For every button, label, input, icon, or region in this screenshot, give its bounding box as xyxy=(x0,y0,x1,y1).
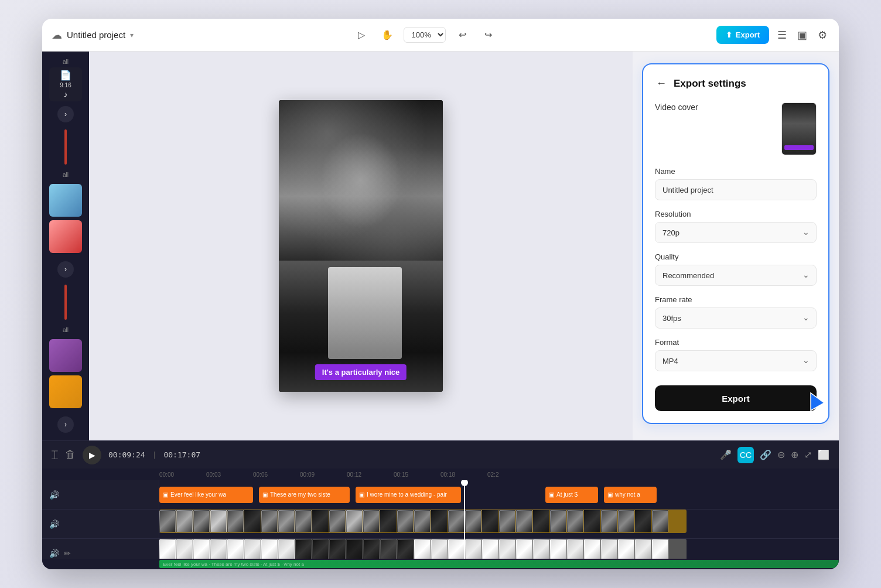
ruler-mark-2: 00:06 xyxy=(253,471,300,478)
export-final-button[interactable]: Export xyxy=(655,385,817,411)
zoom-out-btn[interactable]: ⊖ xyxy=(777,449,785,460)
sidebar-section-2 xyxy=(42,180,89,257)
resolution-select-wrapper: 720p 480p 1080p 4K xyxy=(655,222,817,243)
layers-btn[interactable]: ☰ xyxy=(775,26,789,44)
video-subtitle: It's a particularly nice xyxy=(315,364,407,380)
zoom-in-btn[interactable]: ⊕ xyxy=(791,449,798,460)
film-frame-6 xyxy=(244,510,261,532)
sidebar-thumb-3[interactable] xyxy=(49,220,82,253)
film-frame-19 xyxy=(465,510,482,532)
hand-tool-btn[interactable]: ✋ xyxy=(378,26,397,45)
subtitle-clip-0-icon: ▣ xyxy=(163,491,168,498)
resolution-field-group: Resolution 720p 480p 1080p 4K xyxy=(655,210,817,243)
film-frame-b28 xyxy=(618,539,634,559)
film-frame-b20 xyxy=(482,539,498,559)
framerate-label: Frame rate xyxy=(655,295,817,304)
select-tool-btn[interactable]: ▷ xyxy=(352,26,371,45)
edit-track-btn[interactable]: ✏ xyxy=(64,549,71,558)
trim-tool-btn[interactable]: ⌶ xyxy=(52,449,58,461)
timeline-ruler: 00:00 00:03 00:06 00:09 00:12 00:15 00:1… xyxy=(42,469,839,480)
undo-btn[interactable]: ↩ xyxy=(453,26,472,45)
film-frame-b21 xyxy=(499,539,515,559)
sidebar-thumb-2[interactable] xyxy=(49,184,82,217)
sidebar-thumb-5[interactable] xyxy=(49,375,82,408)
cursor-arrow-icon xyxy=(808,390,831,413)
film-frame-2 xyxy=(176,510,193,532)
subtitle-clip-2[interactable]: ▣ I wore mine to a wedding - pair xyxy=(356,487,461,503)
video-filmstrip-2[interactable] xyxy=(159,539,687,559)
subtitle-clip-2-icon: ▣ xyxy=(359,491,364,498)
video-vol-btn-2[interactable]: 🔊 xyxy=(49,549,59,558)
export-button[interactable]: ⬆ Export xyxy=(716,26,769,44)
film-frame-15 xyxy=(397,510,414,532)
project-title-chevron: ▾ xyxy=(130,31,134,39)
name-input[interactable] xyxy=(655,179,817,200)
subtitle-vol-btn[interactable]: 🔊 xyxy=(49,490,59,500)
delete-tool-btn[interactable]: 🗑 xyxy=(65,449,76,461)
cover-thumbnail[interactable] xyxy=(781,102,817,155)
film-frame-b17 xyxy=(431,539,448,559)
more-btn[interactable]: ⬜ xyxy=(818,449,829,460)
timeline-tracks: 🔊 ▣ Ever feel like your wa ▣ These are m… xyxy=(42,480,839,559)
sidebar-section-label-1: all xyxy=(63,59,69,65)
aspect-ratio-thumb[interactable]: 📄 9:16 ♪ xyxy=(49,67,82,101)
sidebar-expand-btn-2[interactable]: › xyxy=(57,261,74,278)
video-vol-btn[interactable]: 🔊 xyxy=(49,519,59,529)
top-bar: ☁ Untitled project ▾ ▷ ✋ 100% 75% 50% ↩ … xyxy=(42,19,839,52)
zoom-select[interactable]: 100% 75% 50% xyxy=(404,27,446,43)
sidebar-section-label-3: all xyxy=(63,327,69,333)
subtitle-clip-0[interactable]: ▣ Ever feel like your wa xyxy=(159,487,253,503)
redo-btn[interactable]: ↪ xyxy=(479,26,497,45)
left-sidebar: all 📄 9:16 ♪ › all › all › xyxy=(42,52,89,440)
suit-figure xyxy=(328,267,402,359)
caption-btn[interactable]: CC xyxy=(737,447,754,463)
video-filmstrip-1[interactable] xyxy=(159,510,687,533)
layout-btn[interactable]: ▣ xyxy=(795,26,810,44)
film-frame-20 xyxy=(482,510,498,532)
sidebar-expand-btn-3[interactable]: › xyxy=(57,416,74,433)
subtitle-clip-1[interactable]: ▣ These are my two siste xyxy=(259,487,350,503)
settings-btn[interactable]: ⚙ xyxy=(815,26,829,44)
film-frame-8 xyxy=(278,510,295,532)
resolution-select[interactable]: 720p 480p 1080p 4K xyxy=(655,222,817,243)
film-frame-27 xyxy=(601,510,617,532)
video-top-half xyxy=(279,100,443,261)
film-frame-b11 xyxy=(329,539,346,559)
svg-marker-0 xyxy=(811,393,824,411)
ruler-mark-7: 02:2 xyxy=(487,471,534,478)
project-title: Untitled project xyxy=(67,30,125,40)
format-select[interactable]: MP4 MOV AVI GIF xyxy=(655,350,817,371)
film-frame-b4 xyxy=(210,539,227,559)
back-button[interactable]: ← xyxy=(655,76,668,91)
film-frame-b19 xyxy=(465,539,482,559)
playhead[interactable] xyxy=(464,480,465,559)
quality-select-wrapper: Recommended Low High xyxy=(655,265,817,286)
video-preview: It's a particularly nice xyxy=(279,100,443,392)
video-cover-label: Video cover xyxy=(655,102,698,112)
film-frame-7 xyxy=(261,510,278,532)
video-track-2-controls: 🔊 ✏ xyxy=(42,539,159,559)
fullscreen-btn[interactable]: ⤢ xyxy=(804,449,812,460)
film-frame-25 xyxy=(567,510,583,532)
mic-btn[interactable]: 🎤 xyxy=(720,449,732,460)
sidebar-expand-btn-1[interactable]: › xyxy=(57,106,74,122)
sidebar-thumb-4[interactable] xyxy=(49,339,82,372)
aspect-ratio-text: 9:16 xyxy=(60,82,71,88)
project-title-area[interactable]: ☁ Untitled project ▾ xyxy=(52,29,134,42)
timeline-controls: ⌶ 🗑 ▶ 00:09:24 | 00:17:07 🎤 CC 🔗 ⊖ ⊕ ⤢ ⬜ xyxy=(42,440,839,469)
format-select-wrapper: MP4 MOV AVI GIF xyxy=(655,350,817,371)
text-track[interactable]: Ever feel like your wa · These are my tw… xyxy=(159,560,839,568)
film-frame-13 xyxy=(363,510,380,532)
link-btn[interactable]: 🔗 xyxy=(760,449,771,460)
video-track-2-content xyxy=(159,539,839,559)
quality-select[interactable]: Recommended Low High xyxy=(655,265,817,286)
film-frame-21 xyxy=(499,510,515,532)
framerate-select[interactable]: 30fps 24fps 25fps 60fps xyxy=(655,307,817,329)
play-button[interactable]: ▶ xyxy=(83,446,101,464)
film-frame-b26 xyxy=(584,539,600,559)
subtitle-clip-3[interactable]: ▣ At just $ xyxy=(545,487,598,503)
subtitle-clip-4[interactable]: ▣ why not a xyxy=(604,487,657,503)
film-frame-26 xyxy=(584,510,600,532)
timeline-area: ⌶ 🗑 ▶ 00:09:24 | 00:17:07 🎤 CC 🔗 ⊖ ⊕ ⤢ ⬜… xyxy=(42,440,839,569)
cursor-area xyxy=(808,390,831,416)
